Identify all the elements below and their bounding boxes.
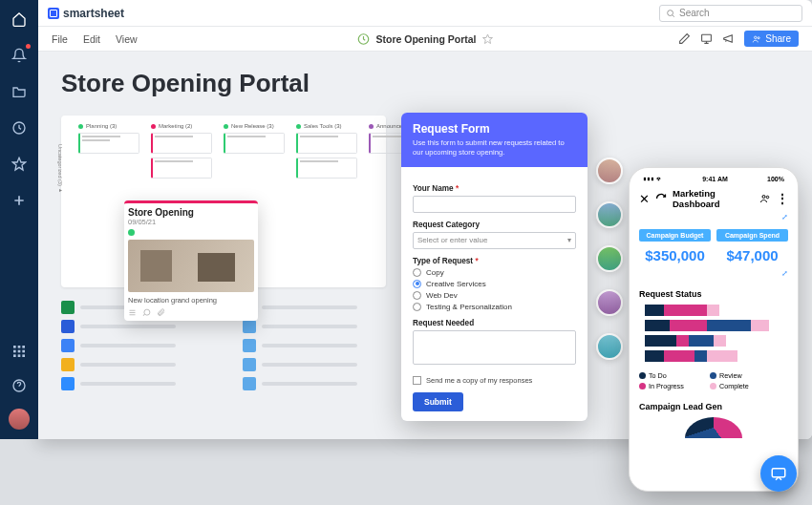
avatar[interactable] [596, 245, 623, 272]
file-row[interactable] [243, 301, 357, 314]
brand-logo[interactable]: smartsheet [48, 7, 124, 20]
svg-rect-18 [772, 469, 785, 477]
bar-segment [694, 350, 707, 362]
present-icon[interactable] [700, 32, 713, 45]
legend-item: To Do [649, 371, 667, 380]
mobile-header: ✕ Marketing Dashboard ⋮ [639, 188, 788, 209]
radio-creative[interactable]: Creative Services [413, 280, 576, 288]
mobile-status-bar: ▮▮▮ ᯤ 9:41 AM 100% [639, 174, 788, 184]
more-icon[interactable]: ⋮ [777, 192, 788, 205]
brand-name: smartsheet [63, 7, 124, 20]
svg-rect-8 [18, 354, 21, 357]
talk-icon[interactable] [142, 308, 151, 317]
attach-icon[interactable] [157, 308, 165, 317]
row-label: Uncategorized (3) ▸ [57, 144, 63, 193]
menu-file[interactable]: File [52, 33, 68, 45]
people-icon [752, 34, 761, 44]
file-row[interactable] [61, 358, 176, 371]
nav-folder-icon[interactable] [8, 80, 31, 103]
file-row[interactable] [61, 339, 176, 352]
doc-type-icon [356, 32, 370, 46]
name-input[interactable] [413, 196, 576, 213]
expand-icon[interactable]: ⤢ [639, 269, 788, 278]
nav-favorites-icon[interactable] [8, 153, 31, 176]
card-title: Store Opening [128, 207, 254, 218]
donut-chart-preview [685, 417, 742, 438]
announce-icon[interactable] [722, 32, 735, 45]
left-nav-sidebar [0, 0, 38, 439]
file-row[interactable] [243, 320, 357, 333]
svg-point-16 [762, 196, 765, 199]
menu-edit[interactable]: Edit [83, 33, 100, 45]
status-time: 9:41 AM [702, 176, 728, 182]
chevron-down-icon: ▾ [567, 236, 571, 244]
svg-point-14 [755, 36, 758, 39]
menu-view[interactable]: View [116, 33, 138, 45]
chat-button[interactable] [760, 455, 797, 492]
close-icon[interactable]: ✕ [639, 192, 650, 206]
metric-budget: Campaign Budget $350,000 [639, 229, 711, 263]
people-icon[interactable] [759, 193, 771, 204]
nav-apps-icon[interactable] [8, 340, 31, 363]
nav-notifications-icon[interactable] [8, 44, 31, 67]
avatar[interactable] [596, 333, 623, 360]
collaborator-avatars [596, 158, 623, 360]
form-header: Request Form Use this form to submit new… [401, 113, 588, 167]
col-label: Planning (3) [86, 123, 117, 129]
list-icon[interactable] [128, 308, 137, 317]
chat-icon [770, 465, 787, 482]
col-label: Marketing (2) [159, 123, 192, 129]
svg-point-17 [766, 196, 769, 199]
document-title: Store Opening Portal [375, 33, 476, 45]
nav-home-icon[interactable] [8, 8, 31, 31]
file-row[interactable] [61, 377, 176, 390]
bar-segment [645, 335, 676, 347]
card-detail-popup[interactable]: Store Opening 09/05/21 New location gran… [124, 200, 258, 321]
nav-recent-icon[interactable] [8, 116, 31, 139]
campaign-section-title: Campaign Lead Gen [639, 402, 788, 411]
nav-user-avatar[interactable] [9, 409, 30, 430]
form-title: Request Form [413, 122, 576, 136]
needed-textarea[interactable] [413, 330, 576, 365]
metric-spend: Campaign Spend $47,000 [716, 229, 788, 263]
svg-rect-4 [13, 350, 16, 353]
edit-icon[interactable] [678, 32, 691, 45]
share-label: Share [765, 33, 791, 44]
avatar[interactable] [596, 289, 623, 316]
radio-webdev[interactable]: Web Dev [413, 291, 576, 300]
svg-rect-6 [22, 350, 25, 353]
file-row[interactable] [243, 377, 357, 390]
metric-value: $350,000 [639, 247, 711, 263]
send-copy-checkbox[interactable]: Send me a copy of my responses [413, 376, 576, 385]
radio-copy[interactable]: Copy [413, 268, 576, 277]
file-row[interactable] [61, 320, 176, 333]
global-search-input[interactable]: Search [659, 5, 802, 22]
top-bar: smartsheet Search [38, 0, 812, 27]
bar-segment [676, 335, 689, 347]
bar-segment [645, 350, 664, 362]
radio-testing[interactable]: Testing & Personalization [413, 303, 576, 311]
status-battery: 100% [767, 176, 784, 182]
submit-button[interactable]: Submit [413, 392, 463, 411]
svg-rect-9 [22, 354, 25, 357]
share-button[interactable]: Share [744, 31, 799, 47]
svg-rect-3 [22, 346, 25, 348]
type-label: Type of Request * [413, 257, 576, 265]
svg-point-11 [668, 10, 673, 15]
card-date: 09/05/21 [128, 218, 254, 226]
avatar[interactable] [596, 201, 623, 228]
avatar[interactable] [596, 158, 623, 184]
category-select[interactable]: Select or enter value▾ [413, 232, 576, 249]
bar-segment [645, 305, 664, 316]
nav-help-icon[interactable] [8, 374, 31, 397]
file-row[interactable] [243, 339, 357, 352]
nav-add-icon[interactable] [8, 189, 31, 212]
favorite-star-icon[interactable] [482, 33, 494, 45]
refresh-icon[interactable] [655, 193, 667, 204]
portal-title: Store Opening Portal [61, 69, 789, 98]
card-image [128, 240, 254, 292]
file-row[interactable] [243, 358, 357, 371]
bar-segment [664, 350, 694, 362]
name-label: Your Name * [413, 184, 576, 193]
expand-icon[interactable]: ⤢ [639, 213, 788, 221]
